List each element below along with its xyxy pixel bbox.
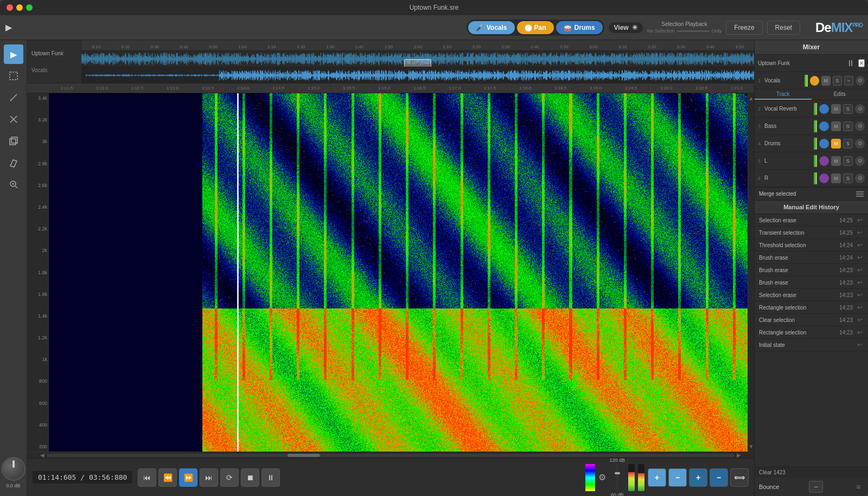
edit-row-3[interactable]: Brush erase 14:24 ↩ [755,252,868,264]
edit-undo-5[interactable]: ↩ [856,279,864,286]
reverb-dot-btn[interactable] [819,104,829,114]
pause-button[interactable]: ⏸ [261,468,280,487]
loop-button[interactable]: ⟳ [220,468,239,487]
zoom-tool[interactable] [4,175,23,194]
scroll-left-icon[interactable]: ◀ [38,452,47,458]
bounce-menu-btn[interactable]: ≡ [853,481,864,492]
edit-undo-8[interactable]: ↩ [856,316,864,324]
edit-undo-4[interactable]: ↩ [856,266,864,274]
skip-back-button[interactable]: ⏮ [138,468,156,487]
reverb-s-btn[interactable]: S [843,104,853,114]
pan-tab[interactable]: ⬤ Pan [517,21,554,34]
l-m-btn[interactable]: M [831,156,841,166]
bass-settings-btn[interactable]: ⚙ [855,121,865,131]
spectrogram-canvas[interactable] [49,93,748,452]
edit-row-7[interactable]: Rectangle selection 14:23 ↩ [755,301,868,314]
l-dot-btn[interactable] [819,156,829,166]
edit-row-9[interactable]: Rectangle selection 14:23 ↩ [755,326,868,339]
bounce-minus-btn[interactable]: − [809,481,823,493]
play-button[interactable]: ▶ [5,22,12,33]
edit-row-8[interactable]: Clear selection 14:23 ↩ [755,314,868,326]
volume-fader-track[interactable] [616,464,618,491]
main-waveform[interactable] [81,51,754,67]
master-pause-btn[interactable]: ⏸ [845,59,856,68]
edits-tab[interactable]: Edits [812,89,869,100]
edit-row-6[interactable]: Selection erase 14:23 ↩ [755,289,868,301]
drums-s-btn[interactable]: S [843,139,853,149]
edit-undo-1[interactable]: ↩ [856,229,864,236]
minimize-button[interactable] [16,4,23,11]
bass-m-btn[interactable]: M [831,121,841,131]
zoom-in-v-button[interactable]: + [689,468,707,487]
vocals-s-btn[interactable]: S [833,76,842,86]
vocals-settings-btn[interactable]: ⚙ [856,76,865,86]
vocals-m-btn[interactable]: M [821,76,831,86]
edit-undo-0[interactable]: ↩ [856,216,864,224]
edit-undo-7[interactable]: ↩ [856,304,864,311]
r-dot-btn[interactable] [819,173,829,183]
r-settings-btn[interactable]: ⚙ [855,173,865,183]
volume-fader-handle[interactable] [615,472,620,474]
select-tool[interactable] [4,66,23,86]
spectrogram-wrap[interactable] [49,93,748,452]
bass-dot-btn[interactable] [819,121,829,131]
edit-undo-9[interactable]: ↩ [856,328,864,336]
maximize-button[interactable] [26,4,33,11]
copy-tool[interactable] [4,131,23,151]
eraser-tool[interactable] [4,153,23,172]
scrollbar-thumb[interactable] [288,454,320,457]
volume-knob[interactable] [2,457,25,481]
selection-slider[interactable] [677,30,710,32]
close-button[interactable] [7,4,13,11]
l-fader[interactable] [814,155,817,167]
track-tab[interactable]: Track [755,89,812,100]
edit-undo-10[interactable]: ↩ [856,341,864,349]
freeze-button[interactable]: Freeze [726,21,762,35]
master-close-btn[interactable]: ✕ [858,59,865,67]
merge-button[interactable]: Merge selected [759,191,796,197]
reverb-fader[interactable] [814,103,817,115]
reset-button[interactable]: Reset [767,21,800,35]
l-settings-btn[interactable]: ⚙ [855,156,865,166]
zoom-out-v-button[interactable]: − [710,468,728,487]
l-s-btn[interactable]: S [843,156,853,166]
r-m-btn[interactable]: M [831,173,841,183]
drums-tab[interactable]: 🥁 Drums [556,21,603,34]
scroll-down-icon[interactable]: ▼ [749,443,754,449]
vocals-eq-btn[interactable]: ~ [844,76,853,86]
vocals-fader[interactable] [805,75,808,87]
vocals-dot-btn[interactable] [810,76,819,86]
skip-forward-button[interactable]: ⏭ [200,468,218,487]
edit-row-2[interactable]: Threshold selection 14:24 ↩ [755,239,868,252]
zoom-fit-button[interactable]: ⟺ [730,468,749,487]
r-s-btn[interactable]: S [843,173,853,183]
reverb-settings-btn[interactable]: ⚙ [855,104,865,114]
edit-undo-2[interactable]: ↩ [856,241,864,249]
zoom-out-h-button[interactable]: − [668,468,687,487]
drums-fader[interactable] [814,138,817,150]
window-controls[interactable] [7,4,33,11]
edit-undo-3[interactable]: ↩ [856,254,864,261]
bass-s-btn[interactable]: S [843,121,853,131]
stop-button[interactable]: ⏹ [241,468,259,487]
scrollbar-track[interactable] [47,454,735,457]
bass-fader[interactable] [814,120,817,132]
edit-row-1[interactable]: Transient selection 14:25 ↩ [755,227,868,239]
settings-button[interactable]: ⚙ [598,472,606,482]
arrow-tool[interactable]: ▶ [4,44,23,64]
drums-dot-btn[interactable] [819,139,829,149]
vocals-tab[interactable]: 🎤 Vocals [468,21,515,34]
r-fader[interactable] [814,172,817,184]
reverb-m-btn[interactable]: M [831,104,841,114]
vertical-scrollbar[interactable]: ▲ ▼ [748,93,754,452]
edit-row-4[interactable]: Brush erase 14:23 ↩ [755,264,868,276]
pen-tool[interactable] [4,88,23,107]
scroll-up-icon[interactable]: ▲ [749,95,754,101]
view-button[interactable]: View [614,24,629,31]
drums-settings-btn[interactable]: ⚙ [855,139,865,149]
bounce-button[interactable]: Bounce [759,484,779,490]
edit-row-0[interactable]: Selection erase 14:25 ↩ [755,214,868,227]
zoom-in-h-button[interactable]: + [648,468,666,487]
edit-row-5[interactable]: Brush erase 14:23 ↩ [755,276,868,289]
rewind-button[interactable]: ⏪ [158,468,177,487]
